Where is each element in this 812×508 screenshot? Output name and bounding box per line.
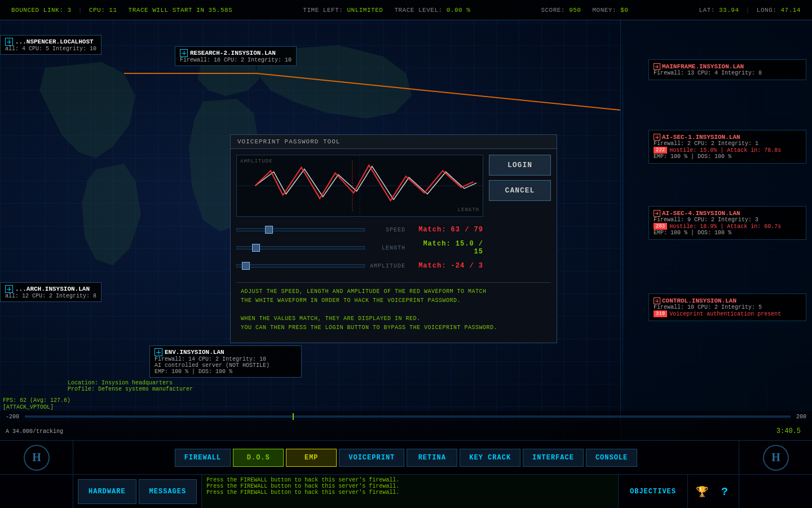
modal-right: Login Cancel — [489, 155, 551, 277]
location-info: Location: Insysion headquarters Profile:… — [68, 380, 193, 392]
length-slider-row: Length Match: 15.0 / 15 — [236, 240, 483, 255]
tool-label: [ATTACK_VPTOOL] — [3, 404, 54, 410]
modal-title: Voiceprint Password Tool — [237, 138, 340, 145]
speed-thumb[interactable] — [265, 226, 273, 234]
length-slider[interactable] — [236, 246, 365, 249]
modal-instructions: Adjust the speed, length and amplitude o… — [236, 282, 551, 337]
login-button[interactable]: Login — [489, 155, 551, 176]
amplitude-slider[interactable] — [236, 264, 365, 268]
cancel-button[interactable]: Cancel — [489, 180, 551, 201]
node-aisec1[interactable]: AI-SEC-1.Insysion.lan Firewall: 2 CPU: 2… — [648, 130, 806, 164]
top-bar-score: Score: 950 Money: $0 — [541, 7, 628, 14]
trophy-icon[interactable]: 🏆 — [694, 483, 710, 500]
top-bar-left: Bounced Link: 3 | CPU: 11 Trace will sta… — [11, 7, 232, 14]
bounced-link: Bounced Link: 3 | CPU: 11 — [11, 7, 117, 14]
help-icon[interactable]: ? — [716, 483, 733, 500]
voiceprint-modal: Voiceprint Password Tool Amplitude Lengt… — [230, 134, 557, 343]
tb-messages: Press the FIREWALL button to hack this s… — [202, 475, 619, 508]
modal-layout: Amplitude Length — [236, 155, 551, 277]
modal-titlebar: Voiceprint Password Tool — [231, 135, 557, 149]
messages-button[interactable]: Messages — [139, 479, 197, 504]
amplitude-slider-row: Amplitude Match: -24 / 3 — [236, 259, 483, 273]
speed-match: Match: 63 / 79 — [410, 226, 483, 234]
toolbar-top: H Firewall D.O.S EMP Voiceprint Retina K… — [0, 441, 812, 475]
emp-button[interactable]: EMP — [286, 449, 337, 467]
waveform-display: Amplitude Length — [236, 155, 483, 217]
logo-right-svg: H — [762, 444, 790, 472]
amplitude-label: Amplitude — [365, 263, 410, 269]
modal-body: Amplitude Length — [231, 149, 557, 343]
node-localhost[interactable]: ...nspencer.localhost all: 4 CPU: 5 Inte… — [0, 35, 102, 55]
modal-left: Amplitude Length — [236, 155, 483, 277]
length-label: Length — [365, 245, 410, 251]
firewall-button[interactable]: Firewall — [175, 449, 231, 467]
top-bar-center: Time Left: Unlimited Trace Level: 0.00 % — [303, 7, 470, 14]
speed-slider-row: Speed Match: 63 / 79 — [236, 222, 483, 237]
amplitude-match: Match: -24 / 3 — [410, 262, 483, 270]
svg-text:H: H — [32, 451, 41, 463]
interface-button[interactable]: Interface — [523, 449, 584, 467]
tb-objectives: Objectives — [619, 475, 688, 508]
node-arch[interactable]: ...arch.insysion.lan all: 12 CPU: 2 Inte… — [0, 282, 102, 302]
logo-bottom-left — [0, 475, 73, 508]
toolbar-bottom: Hardware Messages Press the FIREWALL but… — [0, 475, 812, 508]
node-control[interactable]: Control.Insysion.lan Firewall: 10 CPU: 2… — [648, 294, 806, 321]
objectives-label: Objectives — [630, 488, 676, 496]
track-needle — [293, 413, 294, 420]
track-ruler — [25, 415, 791, 418]
speed-slider[interactable] — [236, 228, 365, 231]
node-aisec4[interactable]: AI-SEC-4.Insysion.lan Firewall: 9 CPU: 2… — [648, 206, 806, 240]
time-left: Time Left: Unlimited — [303, 7, 383, 14]
status-bar: A 34.000/tracking 3:40.5 — [0, 422, 812, 440]
length-thumb[interactable] — [252, 244, 260, 252]
length-match: Match: 15.0 / 15 — [410, 240, 483, 256]
node-research[interactable]: Research-2.insysion.lan Firewall: 16 CPU… — [175, 46, 297, 66]
logo-left: H — [0, 441, 73, 475]
tb-icons: 🏆 ? — [688, 475, 739, 508]
trace-warning: Trace will start in 35.58s — [129, 7, 233, 14]
fps-counter: FPS: 62 (Avg: 127.6) — [3, 397, 70, 404]
voiceprint-button[interactable]: Voiceprint — [339, 449, 404, 467]
waveform-svg — [237, 155, 483, 216]
bottom-toolbar: H Firewall D.O.S EMP Voiceprint Retina K… — [0, 440, 812, 508]
svg-text:H: H — [771, 451, 780, 463]
coordinates: Lat: 33.94 | Long: 47.14 — [699, 7, 800, 14]
score: Score: 950 — [541, 7, 581, 14]
node-env[interactable]: Env.Insysion.lan Firewall: 14 CPU: 2 Int… — [149, 345, 302, 378]
hardware-button[interactable]: Hardware — [78, 479, 136, 504]
cyber-divider — [623, 20, 623, 415]
node-mainframe[interactable]: Mainframe.insysion.lan Firewall: 13 CPU:… — [648, 59, 806, 80]
key-crack-button[interactable]: Key Crack — [460, 449, 520, 467]
logo-bottom-right — [739, 475, 812, 508]
top-bar: Bounced Link: 3 | CPU: 11 Trace will sta… — [0, 0, 812, 20]
toolbar-buttons: Firewall D.O.S EMP Voiceprint Retina Key… — [73, 441, 739, 475]
retina-button[interactable]: Retina — [407, 449, 457, 467]
speed-label: Speed — [365, 227, 410, 233]
top-bar-coords: Lat: 33.94 | Long: 47.14 — [699, 7, 800, 14]
logo-right: H — [739, 441, 812, 475]
tb-bottom-left: Hardware Messages — [73, 475, 202, 508]
trace-level: Trace Level: 0.00 % — [394, 7, 470, 14]
money: Money: $0 — [592, 7, 628, 14]
track-bar: -200 200 — [0, 411, 812, 422]
amplitude-thumb[interactable] — [242, 262, 250, 270]
console-button[interactable]: Console — [586, 449, 637, 467]
logo-left-svg: H — [23, 444, 51, 472]
dos-button[interactable]: D.O.S — [233, 449, 284, 467]
